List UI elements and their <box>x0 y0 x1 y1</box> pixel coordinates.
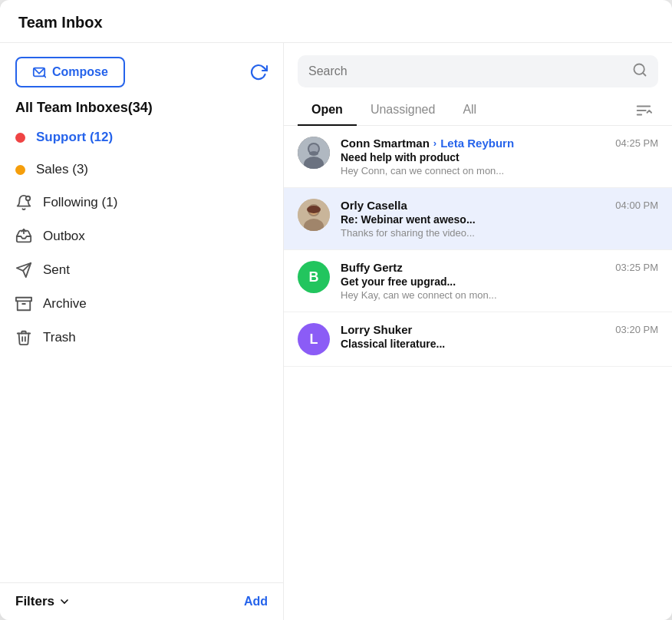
app-title: Team Inbox <box>0 0 672 43</box>
sidebar-item-outbox[interactable]: Outbox <box>6 220 277 252</box>
chevron-down-icon <box>58 595 71 608</box>
tab-unassigned[interactable]: Unassigned <box>357 95 450 126</box>
svg-point-18 <box>309 151 318 156</box>
svg-rect-7 <box>16 298 31 302</box>
conv-arrow: › <box>433 137 436 149</box>
conv-body: Orly Casella 04:00 PM Re: Webinar went a… <box>341 199 658 239</box>
sent-label: Sent <box>43 262 70 278</box>
search-icon <box>632 62 647 81</box>
compose-icon <box>32 65 46 79</box>
add-filter-button[interactable]: Add <box>244 595 268 608</box>
outbox-icon <box>15 228 32 245</box>
sidebar-top: Compose <box>0 43 283 95</box>
sidebar-item-following[interactable]: Following (1) <box>6 186 277 219</box>
main-content: Open Unassigned All <box>284 43 672 620</box>
avatar: L <box>298 323 330 355</box>
tab-open[interactable]: Open <box>298 95 357 126</box>
conv-from: Conn Smartman › Leta Reyburn <box>341 137 514 150</box>
refresh-button[interactable] <box>249 63 268 81</box>
sort-button[interactable] <box>629 97 658 124</box>
avatar-initial: B <box>309 269 319 285</box>
conv-preview: Hey Kay, can we connect on mon... <box>341 289 658 301</box>
svg-line-10 <box>643 73 646 76</box>
following-label: Following (1) <box>43 195 117 210</box>
conv-body: Buffy Gertz 03:25 PM Get your free upgra… <box>341 261 658 301</box>
sales-dot <box>15 165 25 175</box>
conv-assigned: Leta Reyburn <box>440 137 514 150</box>
conv-subject: Classical literature... <box>341 338 658 350</box>
sidebar-bottom: Filters Add <box>0 582 283 620</box>
conv-sender: Lorry Shuker <box>341 323 412 336</box>
conv-subject: Get your free upgrad... <box>341 275 658 288</box>
conv-time: 03:20 PM <box>615 324 658 335</box>
sidebar-item-support[interactable]: Support (12) <box>6 122 277 153</box>
all-inboxes-label: All Team Inboxes(34) <box>0 95 283 122</box>
avatar <box>298 199 330 231</box>
sidebar-item-archive[interactable]: Archive <box>6 288 277 320</box>
search-input[interactable] <box>308 64 624 78</box>
conv-time: 03:25 PM <box>615 262 658 273</box>
svg-line-1 <box>43 75 46 78</box>
sent-icon <box>15 262 32 279</box>
trash-icon <box>15 329 32 346</box>
trash-label: Trash <box>43 330 76 345</box>
conv-sender: Buffy Gertz <box>341 261 403 274</box>
conv-preview: Hey Conn, can we connect on mon... <box>341 165 658 176</box>
conv-from: Buffy Gertz <box>341 261 403 274</box>
conv-body: Conn Smartman › Leta Reyburn 04:25 PM Ne… <box>341 137 658 176</box>
search-bar-wrapper <box>284 43 672 95</box>
following-icon <box>15 194 32 211</box>
conversation-item[interactable]: Orly Casella 04:00 PM Re: Webinar went a… <box>284 188 672 250</box>
sidebar-item-sent[interactable]: Sent <box>6 254 277 286</box>
avatar-initial: L <box>310 331 318 348</box>
sort-icon <box>635 102 652 119</box>
tab-all[interactable]: All <box>449 95 490 126</box>
conv-header: Conn Smartman › Leta Reyburn 04:25 PM <box>341 137 658 150</box>
conversation-item[interactable]: L Lorry Shuker 03:20 PM Classical litera… <box>284 312 672 367</box>
sidebar-item-sales[interactable]: Sales (3) <box>6 154 277 185</box>
conversation-item[interactable]: Conn Smartman › Leta Reyburn 04:25 PM Ne… <box>284 126 672 188</box>
sales-label: Sales (3) <box>36 162 88 177</box>
support-dot <box>15 133 25 143</box>
conv-from: Orly Casella <box>341 199 407 212</box>
outbox-label: Outbox <box>43 229 85 244</box>
conv-header: Buffy Gertz 03:25 PM <box>341 261 658 274</box>
refresh-icon <box>249 63 268 81</box>
archive-icon <box>15 295 32 312</box>
conv-time: 04:00 PM <box>615 200 658 211</box>
compose-label: Compose <box>52 65 108 79</box>
conv-subject: Need help with product <box>341 151 658 163</box>
sidebar: Compose All Team Inboxes(34) Support (1 <box>0 43 284 620</box>
conv-header: Lorry Shuker 03:20 PM <box>341 323 658 336</box>
conv-sender: Conn Smartman <box>341 137 430 150</box>
app-window: Team Inbox Compose <box>0 0 672 620</box>
tabs-row: Open Unassigned All <box>284 95 672 126</box>
filters-label[interactable]: Filters <box>15 594 71 609</box>
svg-point-23 <box>307 206 321 213</box>
conversation-list: Conn Smartman › Leta Reyburn 04:25 PM Ne… <box>284 126 672 620</box>
svg-point-4 <box>27 197 30 200</box>
compose-button[interactable]: Compose <box>15 57 125 87</box>
conv-from: Lorry Shuker <box>341 323 412 336</box>
conv-subject: Re: Webinar went aweso... <box>341 213 658 226</box>
conv-time: 04:25 PM <box>615 137 658 149</box>
conv-header: Orly Casella 04:00 PM <box>341 199 658 212</box>
search-bar <box>298 55 658 87</box>
conv-sender: Orly Casella <box>341 199 407 212</box>
avatar: B <box>298 261 330 293</box>
main-layout: Compose All Team Inboxes(34) Support (1 <box>0 43 672 620</box>
conversation-item[interactable]: B Buffy Gertz 03:25 PM Get your free upg… <box>284 250 672 312</box>
support-label: Support (12) <box>36 130 113 145</box>
conv-body: Lorry Shuker 03:20 PM Classical literatu… <box>341 323 658 351</box>
sidebar-nav: Support (12) Sales (3) <box>0 122 283 582</box>
archive-label: Archive <box>43 296 87 312</box>
avatar <box>298 137 330 169</box>
conv-preview: Thanks for sharing the video... <box>341 227 658 239</box>
sidebar-item-trash[interactable]: Trash <box>6 322 277 354</box>
